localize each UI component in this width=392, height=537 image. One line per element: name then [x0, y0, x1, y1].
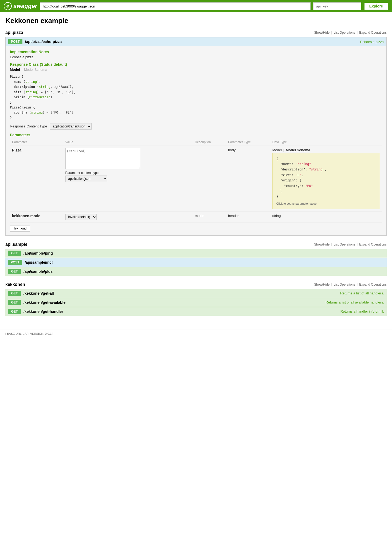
- kekkonen-param-name: kekkonen.mode: [12, 214, 40, 218]
- sample-ping-path: /api/sample/ping: [23, 251, 53, 255]
- api-sample-controls: Show/Hide | List Operations | Expand Ope…: [314, 243, 387, 246]
- kekkonen-get-handler-row[interactable]: GET /kekkonen/get-handler Returns a hand…: [5, 307, 387, 316]
- pizza-data-type: Model | Model Schema { "name": "string",…: [270, 146, 382, 211]
- kekkonen-header: kekkonen Show/Hide | List Operations | E…: [5, 282, 387, 287]
- try-it-out-button[interactable]: Try it out!: [10, 225, 30, 232]
- response-content-type-row: Response Content Type application/transi…: [10, 123, 382, 130]
- explore-button[interactable]: Explore: [364, 2, 388, 10]
- api-pizza-expand-operations[interactable]: Expand Operations: [359, 31, 387, 34]
- get-badge-plus: GET: [8, 269, 21, 274]
- response-content-type-select[interactable]: application/transit+json application/jso…: [50, 123, 92, 130]
- swagger-logo-icon: ⊕: [4, 2, 12, 10]
- api-pizza-header: api.pizza Show/Hide | List Operations | …: [5, 30, 387, 35]
- pizza-content-type-select[interactable]: application/json application/transit+jso…: [65, 176, 107, 182]
- swagger-logo: ⊕ swagger: [4, 2, 37, 10]
- sample-inc-path: /api/sample/inc!: [25, 260, 53, 264]
- kekkonen-get-handler-summary: Returns a handler info or nil.: [340, 309, 384, 313]
- impl-notes-text: Echoes a pizza: [10, 55, 382, 59]
- kekkonen-get-available-summary: Returns a list of all available handlers…: [326, 300, 384, 304]
- api-pizza-controls: Show/Hide | List Operations | Expand Ope…: [314, 31, 387, 34]
- model-schema-link[interactable]: Model Schema: [24, 68, 47, 72]
- kekkonen-param-type: header: [226, 211, 270, 222]
- kekkonen-mode-select[interactable]: invoke (default) validate async: [65, 214, 97, 220]
- footer-text: [ BASE URL: , API VERSION: 0.0.1 ]: [5, 332, 53, 335]
- pizza-param-textarea[interactable]: [65, 148, 140, 169]
- parameters-heading: Parameters: [10, 133, 382, 137]
- get-badge-available: GET: [8, 300, 21, 305]
- api-key-input[interactable]: [313, 2, 361, 10]
- api-sample-section: api.sample Show/Hide | List Operations |…: [5, 242, 387, 276]
- model-schema-box[interactable]: { "name": "string", "description": "stri…: [272, 153, 380, 209]
- click-note: Click to set as parameter value: [276, 201, 376, 206]
- post-badge: POST: [8, 39, 22, 44]
- pizza-post-summary: Echoes a pizza: [360, 40, 384, 44]
- pizza-post-body: Implementation Notes Echoes a pizza Resp…: [6, 46, 386, 235]
- pizza-post-header[interactable]: POST /api/pizza/echo-pizza Echoes a pizz…: [6, 37, 386, 46]
- col-param-type: Parameter Type: [226, 139, 270, 146]
- kekkonen-desc-cell: mode: [193, 211, 226, 222]
- pizza-post-path: /api/pizza/echo-pizza: [25, 40, 62, 44]
- api-pizza-section: api.pizza Show/Hide | List Operations | …: [5, 30, 387, 236]
- params-table: Parameter Value Description Parameter Ty…: [10, 139, 382, 223]
- table-row: kekkonen.mode invoke (default) validate …: [10, 211, 382, 222]
- kekkonen-get-handler-path: /kekkonen/get-handler: [23, 309, 63, 314]
- kekkonen-get-all-summary: Returns a list of all handlers.: [340, 291, 384, 295]
- kekkonen-get-available-path: /kekkonen/get-available: [23, 300, 65, 305]
- model-code-block: Pizza { name (string), description (stri…: [10, 74, 382, 120]
- model-link[interactable]: Model: [10, 68, 20, 72]
- pizza-model-links-inline: Model | Model Schema: [272, 148, 380, 152]
- api-sample-list-operations[interactable]: List Operations: [334, 243, 355, 246]
- kekkonen-section: kekkonen Show/Hide | List Operations | E…: [5, 282, 387, 316]
- kekkonen-expand-operations[interactable]: Expand Operations: [359, 283, 387, 286]
- pizza-model-link-inline[interactable]: Model: [272, 148, 282, 152]
- kekkonen-data-type: string: [270, 211, 382, 222]
- api-pizza-list-operations[interactable]: List Operations: [334, 31, 355, 34]
- api-sample-header: api.sample Show/Hide | List Operations |…: [5, 242, 387, 247]
- response-class-heading: Response Class (Status default): [10, 62, 382, 67]
- kekkonen-title: kekkonen: [5, 282, 25, 287]
- col-description: Description: [193, 139, 226, 146]
- kekkonen-get-all-row[interactable]: GET /kekkonen/get-all Returns a list of …: [5, 289, 387, 298]
- get-badge-ping: GET: [8, 251, 21, 256]
- page-title: Kekkonen example: [5, 17, 387, 25]
- swagger-url-input[interactable]: [40, 2, 310, 10]
- get-badge-all: GET: [8, 291, 21, 296]
- pizza-param-type: body: [226, 146, 270, 211]
- api-pizza-show-hide[interactable]: Show/Hide: [314, 31, 330, 34]
- pizza-description-cell: [193, 146, 226, 211]
- sample-inc-row[interactable]: POST /api/sample/inc!: [5, 258, 387, 267]
- pizza-post-operation: POST /api/pizza/echo-pizza Echoes a pizz…: [5, 37, 387, 236]
- swagger-logo-text: swagger: [13, 3, 37, 10]
- kekkonen-get-available-row[interactable]: GET /kekkonen/get-available Returns a li…: [5, 298, 387, 307]
- footer: [ BASE URL: , API VERSION: 0.0.1 ]: [0, 329, 392, 338]
- sample-ping-row[interactable]: GET /api/sample/ping: [5, 249, 387, 258]
- response-content-type-label: Response Content Type: [10, 124, 47, 128]
- pizza-content-type-label: Parameter content type:: [65, 171, 191, 175]
- sample-plus-row[interactable]: GET /api/sample/plus: [5, 267, 387, 276]
- sample-plus-path: /api/sample/plus: [23, 269, 53, 274]
- top-bar: ⊕ swagger Explore: [0, 0, 392, 12]
- api-sample-title: api.sample: [5, 242, 28, 247]
- col-value: Value: [63, 139, 193, 146]
- col-data-type: Data Type: [270, 139, 382, 146]
- model-links: Model | Model Schema: [10, 68, 382, 72]
- get-badge-handler: GET: [8, 309, 21, 314]
- api-sample-show-hide[interactable]: Show/Hide: [314, 243, 330, 246]
- post-badge-inc: POST: [8, 260, 22, 265]
- impl-notes-heading: Implementation Notes: [10, 50, 382, 54]
- pizza-model-schema-link-inline[interactable]: Model Schema: [286, 148, 310, 152]
- kekkonen-list-operations[interactable]: List Operations: [334, 283, 355, 286]
- pizza-param-name: Pizza: [12, 148, 21, 152]
- kekkonen-get-all-path: /kekkonen/get-all: [23, 291, 54, 295]
- main-content: Kekkonen example api.pizza Show/Hide | L…: [0, 12, 392, 326]
- col-parameter: Parameter: [10, 139, 63, 146]
- api-sample-expand-operations[interactable]: Expand Operations: [359, 243, 387, 246]
- kekkonen-show-hide[interactable]: Show/Hide: [314, 283, 330, 286]
- table-row: Pizza Parameter content type: applicatio…: [10, 146, 382, 211]
- api-pizza-title: api.pizza: [5, 30, 23, 35]
- kekkonen-controls: Show/Hide | List Operations | Expand Ope…: [314, 283, 387, 286]
